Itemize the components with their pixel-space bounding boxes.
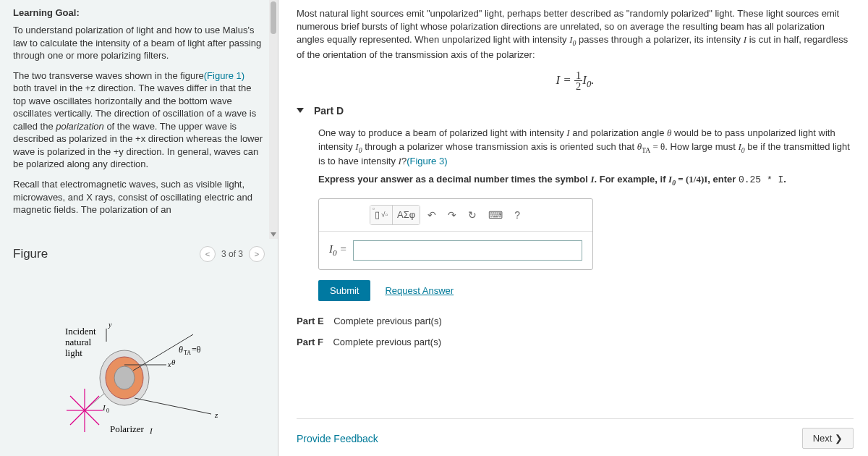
provide-feedback-link[interactable]: Provide Feedback (297, 433, 378, 444)
pager-prev-button[interactable]: < (200, 246, 216, 262)
figure-image: Incident natural light (13, 276, 265, 436)
tool-template-button[interactable]: ▯▫√▫ (370, 206, 393, 224)
figure-section: Figure < 3 of 3 > Incident natural light (0, 239, 278, 443)
svg-text:TA: TA (184, 350, 191, 356)
figure-pager: < 3 of 3 > (200, 246, 265, 262)
svg-text:0: 0 (106, 408, 109, 414)
figure-title: Figure (13, 247, 48, 261)
main-content: Most natural light sources emit "unpolar… (278, 0, 868, 456)
svg-line-5 (70, 396, 85, 410)
svg-text:I: I (149, 426, 153, 435)
fig-polarizer-label: Polarizer (110, 423, 145, 434)
scrollbar-thumb[interactable] (271, 1, 276, 34)
pager-label: 3 of 3 (221, 249, 243, 259)
scrollbar-down-icon[interactable] (271, 232, 276, 237)
formula: I = 12I0. (297, 70, 854, 92)
part-e-label: Part E (297, 316, 324, 326)
reset-icon[interactable]: ↻ (464, 207, 481, 223)
left-panel: Learning Goal: To understand polarizatio… (0, 0, 278, 456)
undo-icon[interactable]: ↶ (423, 207, 441, 223)
intro-paragraph: Most natural light sources emit "unpolar… (297, 7, 854, 62)
svg-text:y: y (108, 321, 112, 329)
collapse-icon (297, 108, 304, 113)
help-icon[interactable]: ? (510, 207, 524, 223)
pager-next-button[interactable]: > (249, 246, 265, 262)
goal-paragraph-1: To understand polarization of light and … (13, 24, 265, 62)
submit-button[interactable]: Submit (318, 280, 370, 301)
goal-paragraph-3: Recall that electromagnetic waves, such … (13, 178, 265, 216)
left-scrollbar[interactable] (269, 0, 278, 239)
svg-line-8 (70, 410, 85, 425)
answer-box: ▯▫√▫ ΑΣφ ↶ ↷ ↻ ⌨ ? I0 = (318, 198, 593, 270)
figure-1-link[interactable]: (Figure 1) (204, 70, 244, 81)
part-d-question: One way to produce a beam of polarized l… (318, 127, 854, 169)
part-e-message: Complete previous part(s) (333, 316, 442, 326)
figure-3-link[interactable]: (Figure 3) (407, 156, 447, 166)
request-answer-link[interactable]: Request Answer (385, 285, 454, 296)
part-d-body: One way to produce a beam of polarized l… (297, 127, 854, 301)
part-f-message: Complete previous part(s) (333, 337, 441, 347)
svg-text:θ: θ (171, 358, 176, 366)
part-d-label: Part D (314, 105, 344, 117)
svg-point-13 (114, 366, 135, 389)
part-e-row: Part E Complete previous part(s) (297, 316, 854, 326)
answer-input-label: I0 = (329, 243, 347, 257)
svg-line-7 (85, 410, 99, 425)
svg-line-15 (135, 398, 211, 414)
part-d-header[interactable]: Part D (297, 105, 854, 117)
tool-greek-button[interactable]: ΑΣφ (393, 206, 420, 224)
goal-paragraph-2: The two transverse waves shown in the fi… (13, 69, 265, 171)
answer-input[interactable] (353, 240, 583, 261)
part-f-label: Part F (297, 337, 323, 347)
svg-line-4 (85, 396, 99, 410)
fig-label-incident: Incident (65, 326, 96, 337)
svg-text:x: x (167, 360, 171, 368)
svg-text:light: light (65, 347, 82, 358)
svg-text:z: z (214, 410, 218, 419)
redo-icon[interactable]: ↷ (443, 207, 461, 223)
learning-goal-heading: Learning Goal: (13, 7, 265, 18)
svg-text:natural: natural (65, 337, 91, 347)
answer-toolbar: ▯▫√▫ ΑΣφ ↶ ↷ ↻ ⌨ ? (319, 199, 592, 232)
part-d-instruction: Express your answer as a decimal number … (318, 173, 854, 188)
keyboard-icon[interactable]: ⌨ (484, 207, 507, 223)
part-f-row: Part F Complete previous part(s) (297, 337, 854, 347)
next-button[interactable]: Next ❯ (802, 428, 854, 449)
fig-theta-label: θ (179, 345, 183, 355)
learning-goal-scroll: Learning Goal: To understand polarizatio… (0, 0, 278, 239)
svg-text:=θ: =θ (192, 345, 201, 355)
